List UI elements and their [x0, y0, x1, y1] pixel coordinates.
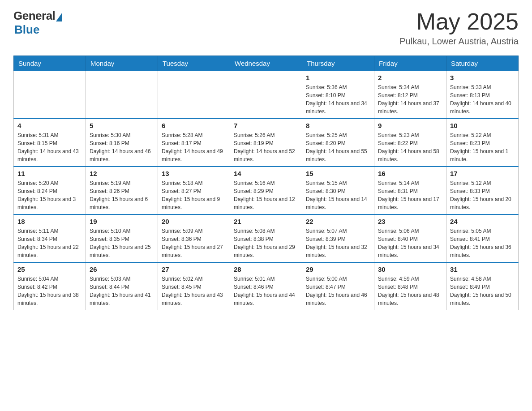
calendar-cell: 23Sunrise: 5:06 AMSunset: 8:40 PMDayligh… — [374, 214, 446, 262]
day-number: 1 — [306, 74, 370, 81]
day-info: Sunrise: 5:09 AMSunset: 8:36 PMDaylight:… — [162, 227, 226, 259]
calendar-cell: 17Sunrise: 5:12 AMSunset: 8:33 PMDayligh… — [446, 167, 519, 214]
day-info: Sunrise: 5:26 AMSunset: 8:19 PMDaylight:… — [234, 131, 298, 163]
calendar-cell: 13Sunrise: 5:18 AMSunset: 8:27 PMDayligh… — [158, 167, 230, 214]
calendar-cell: 19Sunrise: 5:10 AMSunset: 8:35 PMDayligh… — [86, 214, 158, 262]
calendar-week-row-4: 18Sunrise: 5:11 AMSunset: 8:34 PMDayligh… — [14, 214, 519, 262]
calendar-header-tuesday: Tuesday — [158, 56, 230, 71]
calendar-cell: 21Sunrise: 5:08 AMSunset: 8:38 PMDayligh… — [230, 214, 302, 262]
calendar-cell: 24Sunrise: 5:05 AMSunset: 8:41 PMDayligh… — [446, 214, 519, 262]
page-header: General Blue May 2025 Pulkau, Lower Aust… — [13, 9, 519, 47]
calendar-header-saturday: Saturday — [446, 56, 519, 71]
calendar-cell: 10Sunrise: 5:22 AMSunset: 8:23 PMDayligh… — [446, 119, 519, 167]
day-info: Sunrise: 5:18 AMSunset: 8:27 PMDaylight:… — [162, 179, 226, 211]
day-number: 9 — [378, 122, 442, 129]
day-number: 31 — [450, 265, 515, 273]
day-info: Sunrise: 5:36 AMSunset: 8:10 PMDaylight:… — [306, 83, 370, 116]
calendar-cell: 30Sunrise: 4:59 AMSunset: 8:48 PMDayligh… — [374, 262, 446, 310]
day-number: 30 — [378, 265, 442, 273]
day-number: 3 — [450, 74, 515, 81]
day-info: Sunrise: 5:22 AMSunset: 8:23 PMDaylight:… — [450, 131, 515, 163]
day-number: 24 — [450, 218, 515, 225]
day-info: Sunrise: 5:19 AMSunset: 8:26 PMDaylight:… — [90, 179, 154, 211]
day-number: 23 — [378, 218, 442, 225]
calendar-cell: 11Sunrise: 5:20 AMSunset: 8:24 PMDayligh… — [14, 167, 86, 214]
day-number: 6 — [162, 122, 226, 129]
day-info: Sunrise: 5:23 AMSunset: 8:22 PMDaylight:… — [378, 131, 442, 163]
day-info: Sunrise: 5:11 AMSunset: 8:34 PMDaylight:… — [17, 227, 82, 259]
calendar-header-sunday: Sunday — [14, 56, 86, 71]
day-number: 17 — [450, 170, 515, 177]
day-number: 14 — [234, 170, 298, 177]
logo: General Blue — [13, 9, 62, 37]
calendar-cell: 8Sunrise: 5:25 AMSunset: 8:20 PMDaylight… — [302, 119, 374, 167]
day-info: Sunrise: 5:10 AMSunset: 8:35 PMDaylight:… — [90, 227, 154, 259]
day-info: Sunrise: 5:01 AMSunset: 8:46 PMDaylight:… — [234, 275, 298, 307]
logo-triangle-icon — [56, 13, 62, 21]
day-info: Sunrise: 5:03 AMSunset: 8:44 PMDaylight:… — [90, 275, 154, 307]
calendar-cell: 20Sunrise: 5:09 AMSunset: 8:36 PMDayligh… — [158, 214, 230, 262]
calendar-cell: 14Sunrise: 5:16 AMSunset: 8:29 PMDayligh… — [230, 167, 302, 214]
calendar-cell: 9Sunrise: 5:23 AMSunset: 8:22 PMDaylight… — [374, 119, 446, 167]
day-number: 8 — [306, 122, 370, 129]
calendar-cell: 1Sunrise: 5:36 AMSunset: 8:10 PMDaylight… — [302, 71, 374, 119]
calendar-week-row-1: 1Sunrise: 5:36 AMSunset: 8:10 PMDaylight… — [14, 71, 519, 119]
logo-general-text: General — [13, 9, 55, 23]
calendar-cell — [158, 71, 230, 119]
calendar-week-row-2: 4Sunrise: 5:31 AMSunset: 8:15 PMDaylight… — [14, 119, 519, 167]
calendar-cell — [230, 71, 302, 119]
day-info: Sunrise: 5:12 AMSunset: 8:33 PMDaylight:… — [450, 179, 515, 211]
day-info: Sunrise: 5:07 AMSunset: 8:39 PMDaylight:… — [306, 227, 370, 259]
day-number: 11 — [17, 170, 82, 177]
calendar-cell: 5Sunrise: 5:30 AMSunset: 8:16 PMDaylight… — [86, 119, 158, 167]
day-info: Sunrise: 5:15 AMSunset: 8:30 PMDaylight:… — [306, 179, 370, 211]
calendar-header-thursday: Thursday — [302, 56, 374, 71]
calendar-cell: 29Sunrise: 5:00 AMSunset: 8:47 PMDayligh… — [302, 262, 374, 310]
calendar-cell: 22Sunrise: 5:07 AMSunset: 8:39 PMDayligh… — [302, 214, 374, 262]
day-number: 28 — [234, 265, 298, 273]
day-info: Sunrise: 5:31 AMSunset: 8:15 PMDaylight:… — [17, 131, 82, 163]
day-number: 18 — [17, 218, 82, 225]
calendar-cell: 26Sunrise: 5:03 AMSunset: 8:44 PMDayligh… — [86, 262, 158, 310]
calendar-cell: 31Sunrise: 4:58 AMSunset: 8:49 PMDayligh… — [446, 262, 519, 310]
day-info: Sunrise: 5:04 AMSunset: 8:42 PMDaylight:… — [17, 275, 82, 307]
day-number: 25 — [17, 265, 82, 273]
day-info: Sunrise: 5:02 AMSunset: 8:45 PMDaylight:… — [162, 275, 226, 307]
calendar-cell: 6Sunrise: 5:28 AMSunset: 8:17 PMDaylight… — [158, 119, 230, 167]
calendar-cell: 16Sunrise: 5:14 AMSunset: 8:31 PMDayligh… — [374, 167, 446, 214]
day-info: Sunrise: 5:16 AMSunset: 8:29 PMDaylight:… — [234, 179, 298, 211]
day-info: Sunrise: 5:05 AMSunset: 8:41 PMDaylight:… — [450, 227, 515, 259]
day-number: 5 — [90, 122, 154, 129]
calendar-cell: 28Sunrise: 5:01 AMSunset: 8:46 PMDayligh… — [230, 262, 302, 310]
day-number: 19 — [90, 218, 154, 225]
day-number: 10 — [450, 122, 515, 129]
day-number: 21 — [234, 218, 298, 225]
calendar-cell: 7Sunrise: 5:26 AMSunset: 8:19 PMDaylight… — [230, 119, 302, 167]
calendar-cell: 12Sunrise: 5:19 AMSunset: 8:26 PMDayligh… — [86, 167, 158, 214]
day-number: 20 — [162, 218, 226, 225]
day-info: Sunrise: 4:58 AMSunset: 8:49 PMDaylight:… — [450, 275, 515, 307]
day-info: Sunrise: 5:30 AMSunset: 8:16 PMDaylight:… — [90, 131, 154, 163]
calendar-header-row: SundayMondayTuesdayWednesdayThursdayFrid… — [14, 56, 519, 71]
day-info: Sunrise: 5:28 AMSunset: 8:17 PMDaylight:… — [162, 131, 226, 163]
day-number: 22 — [306, 218, 370, 225]
day-number: 12 — [90, 170, 154, 177]
day-number: 27 — [162, 265, 226, 273]
day-info: Sunrise: 5:34 AMSunset: 8:12 PMDaylight:… — [378, 83, 442, 116]
calendar-cell: 4Sunrise: 5:31 AMSunset: 8:15 PMDaylight… — [14, 119, 86, 167]
calendar-table: SundayMondayTuesdayWednesdayThursdayFrid… — [13, 56, 519, 310]
day-number: 7 — [234, 122, 298, 129]
day-info: Sunrise: 5:25 AMSunset: 8:20 PMDaylight:… — [306, 131, 370, 163]
day-number: 16 — [378, 170, 442, 177]
day-info: Sunrise: 5:20 AMSunset: 8:24 PMDaylight:… — [17, 179, 82, 211]
day-number: 26 — [90, 265, 154, 273]
calendar-week-row-3: 11Sunrise: 5:20 AMSunset: 8:24 PMDayligh… — [14, 167, 519, 214]
location-subtitle: Pulkau, Lower Austria, Austria — [399, 36, 519, 47]
logo-blue-text: Blue — [14, 23, 39, 37]
day-info: Sunrise: 5:06 AMSunset: 8:40 PMDaylight:… — [378, 227, 442, 259]
calendar-week-row-5: 25Sunrise: 5:04 AMSunset: 8:42 PMDayligh… — [14, 262, 519, 310]
day-number: 13 — [162, 170, 226, 177]
calendar-cell: 2Sunrise: 5:34 AMSunset: 8:12 PMDaylight… — [374, 71, 446, 119]
month-year-title: May 2025 — [399, 9, 519, 34]
calendar-cell: 27Sunrise: 5:02 AMSunset: 8:45 PMDayligh… — [158, 262, 230, 310]
